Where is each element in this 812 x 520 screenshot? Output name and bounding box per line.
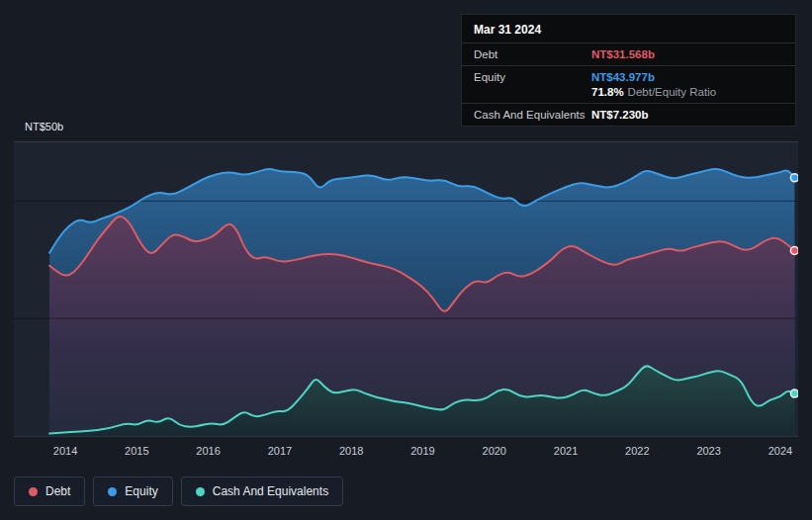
legend: Debt Equity Cash And Equivalents bbox=[14, 477, 343, 506]
x-tick-2021: 2021 bbox=[544, 445, 587, 457]
chart-tooltip: Mar 31 2024 Debt NT$31.568b Equity NT$43… bbox=[461, 14, 796, 127]
cash-series-dot-icon bbox=[196, 487, 205, 496]
tooltip-debt-value: NT$31.568b bbox=[591, 48, 783, 60]
tooltip-cash-label: Cash And Equivalents bbox=[474, 109, 591, 121]
tooltip-debt-label: Debt bbox=[474, 48, 591, 60]
x-tick-2024: 2024 bbox=[759, 445, 802, 457]
tooltip-debt-row: Debt NT$31.568b bbox=[462, 43, 795, 65]
tooltip-debt-equity-ratio: 71.8%Debt/Equity Ratio bbox=[591, 86, 783, 98]
x-tick-2022: 2022 bbox=[615, 445, 659, 457]
x-tick-2016: 2016 bbox=[187, 445, 230, 457]
equity-series-dot-icon bbox=[108, 487, 117, 496]
chart-plot-area[interactable] bbox=[14, 141, 798, 437]
tooltip-cash-value: NT$7.230b bbox=[591, 109, 783, 121]
tooltip-equity-label: Equity bbox=[474, 71, 591, 83]
legend-label-cash: Cash And Equivalents bbox=[213, 484, 328, 498]
x-tick-2018: 2018 bbox=[329, 445, 373, 457]
tooltip-date: Mar 31 2024 bbox=[462, 15, 795, 43]
x-tick-2019: 2019 bbox=[401, 445, 444, 457]
tooltip-ratio-label: Debt/Equity Ratio bbox=[628, 86, 717, 98]
legend-item-equity[interactable]: Equity bbox=[93, 477, 172, 506]
x-tick-2014: 2014 bbox=[44, 445, 87, 457]
tooltip-equity-value: NT$43.977b bbox=[591, 71, 655, 83]
x-tick-2023: 2023 bbox=[687, 445, 731, 457]
tooltip-equity-row: Equity NT$43.977b 71.8%Debt/Equity Ratio bbox=[462, 65, 795, 103]
x-tick-2015: 2015 bbox=[115, 445, 158, 457]
legend-label-equity: Equity bbox=[125, 484, 157, 498]
tooltip-cash-row: Cash And Equivalents NT$7.230b bbox=[462, 103, 795, 126]
debt-series-dot-icon bbox=[29, 487, 38, 496]
legend-item-cash[interactable]: Cash And Equivalents bbox=[181, 477, 343, 506]
x-tick-2020: 2020 bbox=[473, 445, 516, 457]
debt-equity-history-chart: NT$50b NT$0 2014201520162017201820192020… bbox=[0, 0, 812, 520]
tooltip-ratio-percent: 71.8% bbox=[591, 86, 624, 98]
legend-item-debt[interactable]: Debt bbox=[14, 477, 85, 506]
tooltip-equity-cell: NT$43.977b 71.8%Debt/Equity Ratio bbox=[591, 71, 783, 98]
x-tick-2017: 2017 bbox=[258, 445, 302, 457]
legend-label-debt: Debt bbox=[45, 484, 70, 498]
y-axis-label-max: NT$50b bbox=[25, 121, 63, 132]
